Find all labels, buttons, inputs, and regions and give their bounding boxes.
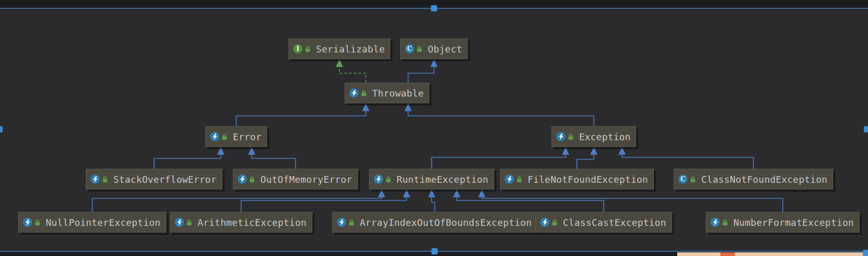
selection-handle-bottom-center[interactable] (431, 248, 438, 254)
horizontal-scrollbar-thumb[interactable] (720, 252, 735, 256)
class-name-label: Throwable (372, 88, 424, 99)
class-name-label: Error (233, 131, 261, 142)
class-name-label: Object (428, 44, 462, 55)
visibility-public-icon (186, 219, 192, 226)
class-node-runtimeexception[interactable]: RuntimeException (369, 169, 494, 190)
exception-class-icon (505, 174, 514, 184)
selection-handle-right-middle[interactable] (864, 126, 868, 132)
interface-icon: I (293, 44, 303, 53)
exception-class-icon (90, 174, 100, 184)
exception-class-icon (238, 174, 247, 184)
visibility-public-icon (690, 176, 696, 183)
exception-class-icon (540, 218, 549, 227)
visibility-public-icon (722, 219, 728, 226)
class-name-label: RuntimeException (397, 174, 489, 185)
horizontal-scrollbar-track[interactable] (677, 252, 868, 256)
class-node-filenotfoundexception[interactable]: FileNotFoundException (500, 169, 654, 190)
exception-class-icon (175, 218, 184, 227)
class-name-label: NumberFormatException (733, 217, 854, 228)
visibility-public-icon (551, 219, 558, 226)
class-node-object[interactable]: CObject (400, 38, 468, 59)
class-node-arrayindexoutofboundsexception[interactable]: ArrayIndexOutOfBoundsException (332, 212, 537, 233)
class-node-arithmeticexception[interactable]: ArithmeticException (170, 212, 312, 233)
visibility-public-icon (305, 46, 311, 52)
exception-class-icon (23, 218, 32, 227)
class-node-stackoverflowerror[interactable]: StackOverflowError (86, 169, 222, 190)
class-icon: C (678, 174, 688, 184)
class-node-error[interactable]: Error (205, 126, 267, 147)
class-name-label: StackOverflowError (113, 174, 217, 185)
class-node-nullpointerexception[interactable]: NullPointerException (18, 212, 166, 233)
exception-class-icon (556, 132, 565, 141)
class-node-serializable[interactable]: ISerializable (288, 38, 390, 59)
class-node-classnotfoundexception[interactable]: CClassNotFoundException (674, 169, 833, 190)
visibility-public-icon (516, 176, 522, 183)
selection-handle-left-middle[interactable] (0, 126, 3, 132)
class-name-label: ClassCastException (563, 217, 666, 228)
class-icon: C (405, 44, 414, 53)
selection-handle-bottom-right[interactable] (863, 250, 868, 256)
class-name-label: FileNotFoundException (528, 174, 648, 185)
class-name-label: Exception (579, 131, 630, 142)
visibility-public-icon (568, 133, 574, 140)
visibility-public-icon (221, 133, 228, 140)
exception-class-icon (210, 132, 219, 141)
exception-class-icon (374, 174, 383, 184)
exception-class-icon (711, 218, 720, 227)
exception-class-icon (349, 88, 359, 98)
visibility-public-icon (385, 176, 391, 183)
exception-class-icon (337, 218, 346, 227)
selection-handle-top-center[interactable] (431, 5, 437, 11)
uml-diagram-canvas[interactable]: ISerializableCObjectThrowableErrorExcept… (0, 0, 868, 256)
class-name-label: Serializable (316, 44, 385, 55)
class-node-exception[interactable]: Exception (551, 126, 636, 147)
visibility-public-icon (416, 46, 423, 52)
class-node-outofmemoryerror[interactable]: OutOfMemoryError (233, 169, 358, 190)
class-name-label: OutOfMemoryError (260, 174, 352, 185)
visibility-public-icon (249, 176, 255, 183)
visibility-public-icon (361, 90, 367, 97)
class-node-throwable[interactable]: Throwable (345, 83, 429, 103)
class-name-label: ArithmeticException (198, 217, 307, 228)
class-name-label: NullPointerException (46, 217, 161, 228)
class-name-label: ClassNotFoundException (701, 174, 827, 185)
class-node-classcastexception[interactable]: ClassCastException (535, 212, 672, 233)
class-name-label: ArrayIndexOutOfBoundsException (360, 217, 532, 228)
class-nodes-layer: ISerializableCObjectThrowableErrorExcept… (0, 0, 868, 256)
visibility-public-icon (348, 219, 354, 226)
visibility-public-icon (102, 176, 108, 183)
class-node-numberformatexception[interactable]: NumberFormatException (706, 212, 860, 233)
visibility-public-icon (34, 219, 41, 226)
